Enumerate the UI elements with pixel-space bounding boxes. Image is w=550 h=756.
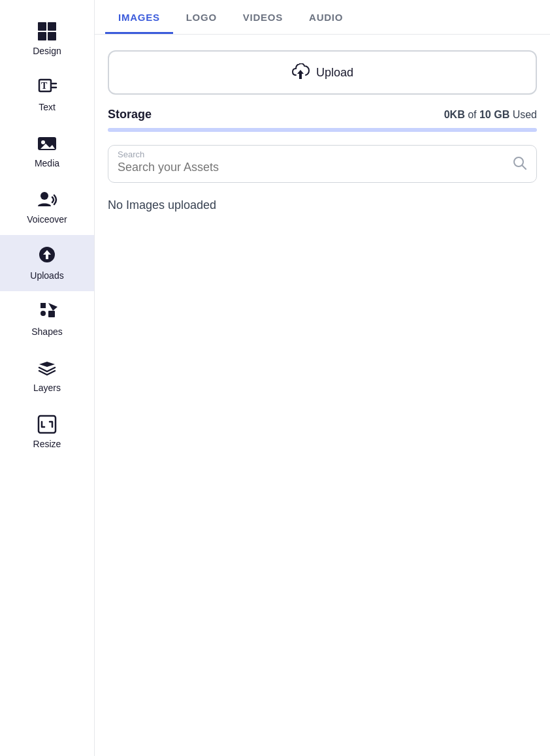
sidebar-item-voiceover-label: Voiceover [27, 214, 67, 225]
sidebar-item-media-label: Media [35, 158, 59, 168]
storage-section: Storage 0KB of 10 GB Used [108, 108, 537, 132]
tab-audio[interactable]: AUDIO [296, 0, 356, 34]
storage-used-amount: 0KB [444, 109, 465, 120]
storage-total: 10 GB [479, 109, 510, 120]
svg-line-21 [522, 165, 526, 169]
tab-bar: IMAGES LOGO VIDEOS AUDIO [95, 0, 550, 35]
search-container: Search [108, 145, 537, 183]
storage-header: Storage 0KB of 10 GB Used [108, 108, 537, 121]
resize-icon [37, 414, 57, 435]
layers-icon [37, 358, 57, 379]
text-icon: T [37, 77, 57, 98]
search-icon [513, 156, 527, 173]
empty-state-message: No Images uploaded [108, 198, 537, 212]
main-content: IMAGES LOGO VIDEOS AUDIO Upload Storage … [95, 0, 550, 756]
upload-cloud-icon [291, 63, 310, 82]
sidebar-item-voiceover[interactable]: Voiceover [0, 179, 94, 235]
svg-rect-2 [38, 32, 46, 40]
voiceover-icon [37, 189, 57, 210]
sidebar-item-text-label: Text [39, 102, 56, 112]
sidebar-item-design[interactable]: Design [0, 10, 94, 67]
sidebar: Design T Text Media Voiceover [0, 0, 95, 756]
svg-point-9 [41, 140, 45, 144]
search-input[interactable] [118, 161, 527, 174]
svg-rect-1 [48, 22, 56, 31]
upload-button[interactable]: Upload [108, 50, 537, 95]
svg-marker-15 [48, 303, 57, 311]
shapes-icon [37, 302, 57, 323]
svg-rect-17 [48, 311, 55, 317]
sidebar-item-layers-label: Layers [33, 383, 61, 393]
tab-images[interactable]: IMAGES [105, 0, 173, 34]
sidebar-item-resize-label: Resize [33, 439, 61, 449]
svg-marker-19 [297, 70, 304, 79]
content-area: Upload Storage 0KB of 10 GB Used Search [95, 35, 550, 228]
svg-point-11 [40, 192, 48, 200]
search-legend: Search [118, 150, 527, 159]
storage-label: Storage [108, 108, 152, 121]
storage-info: 0KB of 10 GB Used [444, 109, 537, 121]
sidebar-item-text[interactable]: T Text [0, 67, 94, 123]
tab-videos[interactable]: VIDEOS [230, 0, 296, 34]
tab-logo[interactable]: LOGO [173, 0, 230, 34]
sidebar-item-shapes-label: Shapes [31, 326, 62, 337]
sidebar-item-resize[interactable]: Resize [0, 403, 94, 460]
svg-text:T: T [41, 81, 48, 91]
sidebar-item-design-label: Design [33, 46, 61, 56]
svg-marker-14 [40, 303, 46, 308]
sidebar-item-shapes[interactable]: Shapes [0, 291, 94, 347]
upload-button-label: Upload [316, 66, 353, 80]
sidebar-item-uploads[interactable]: Uploads [0, 235, 94, 291]
uploads-icon [37, 245, 57, 266]
sidebar-item-uploads-label: Uploads [30, 270, 63, 281]
storage-progress-bar [108, 128, 537, 132]
svg-rect-3 [48, 32, 56, 40]
svg-rect-0 [38, 22, 46, 31]
sidebar-item-layers[interactable]: Layers [0, 347, 94, 403]
sidebar-item-media[interactable]: Media [0, 123, 94, 179]
design-icon [37, 21, 57, 42]
media-icon [37, 133, 57, 154]
svg-rect-16 [40, 311, 46, 316]
